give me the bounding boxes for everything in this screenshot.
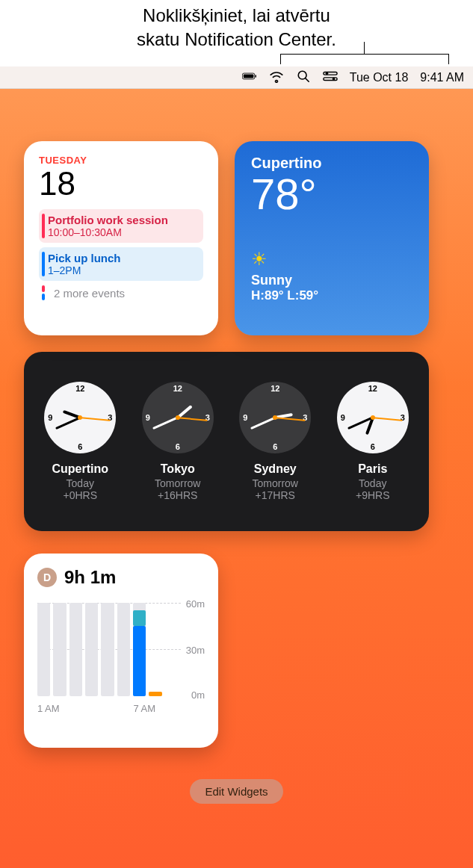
clock-offset: +17HRS: [226, 489, 324, 501]
clock-city: Cupertino: [31, 462, 129, 476]
calendar-date: 18: [39, 167, 203, 200]
chart-bar: [117, 603, 130, 696]
chart-bar: [101, 603, 114, 696]
svg-rect-2: [255, 75, 256, 78]
desktop: Tue Oct 18 9:41 AM TUESDAY 18 Portfolio …: [0, 66, 473, 868]
clock-face-icon: 123 69: [239, 382, 311, 453]
callout-stem: [364, 42, 365, 54]
menubar: Tue Oct 18 9:41 AM: [0, 66, 473, 89]
y-label-0: 0m: [191, 689, 205, 701]
clock-offset: +16HRS: [129, 489, 227, 501]
svg-rect-7: [324, 77, 337, 80]
calendar-dayname: TUESDAY: [39, 155, 203, 166]
clock-face-icon: 123 69: [44, 382, 116, 453]
calendar-more-row: 2 more events: [39, 285, 203, 300]
calendar-widget[interactable]: TUESDAY 18 Portfolio work session 10:00–…: [24, 141, 218, 335]
clock-item: 123 69 Tokyo Tomorrow +16HRS: [129, 382, 227, 501]
clock-city: Sydney: [226, 462, 324, 476]
clock-item: 123 69 Paris Today +9HRS: [324, 382, 422, 501]
wifi-icon[interactable]: [269, 69, 284, 86]
clock-face-icon: 123 69: [142, 382, 214, 453]
control-center-icon[interactable]: [323, 69, 338, 86]
clock-offset: +9HRS: [324, 489, 422, 501]
screentime-chart: 60m 30m 0m 1 AM 7 AM: [37, 598, 205, 714]
event-title: Pick up lunch: [48, 252, 197, 264]
event-title: Portfolio work session: [48, 214, 197, 226]
clock-offset: +0HRS: [31, 489, 129, 501]
weather-condition: Sunny: [251, 273, 412, 288]
chart-bar: [85, 603, 98, 696]
menubar-time[interactable]: 9:41 AM: [420, 71, 464, 84]
svg-line-4: [305, 78, 309, 81]
clock-city: Tokyo: [129, 462, 227, 476]
clock-face-icon: 123 69: [337, 382, 409, 453]
chart-bar: [53, 603, 66, 696]
avatar: D: [37, 568, 57, 587]
screentime-total: 9h 1m: [64, 567, 116, 588]
clock-day: Tomorrow: [129, 477, 227, 489]
sun-icon: ☀: [251, 249, 412, 270]
clock-day: Today: [31, 477, 129, 489]
chart-bar: [69, 603, 82, 696]
event-time: 10:00–10:30AM: [48, 226, 197, 238]
menubar-date[interactable]: Tue Oct 18: [350, 71, 409, 84]
more-events-icon: [42, 285, 48, 300]
chart-bar: [149, 692, 161, 696]
clock-day: Today: [324, 477, 422, 489]
svg-point-6: [325, 72, 328, 75]
battery-icon[interactable]: [242, 69, 257, 86]
clock-city: Paris: [324, 462, 422, 476]
calendar-more-text: 2 more events: [54, 287, 125, 300]
weather-range: H:89° L:59°: [251, 288, 412, 303]
clock-item: 123 69 Cupertino Today +0HRS: [31, 382, 129, 501]
svg-rect-1: [244, 74, 254, 78]
callout-line1: Noklikšķiniet, lai atvērtu: [143, 5, 330, 25]
edit-widgets-button[interactable]: Edit Widgets: [190, 779, 282, 804]
chart-bar: [133, 603, 146, 696]
calendar-event[interactable]: Portfolio work session 10:00–10:30AM: [39, 209, 203, 243]
y-label-30: 30m: [186, 645, 205, 656]
clock-item: 123 69 Sydney Tomorrow +17HRS: [226, 382, 324, 501]
callout-bracket: [280, 54, 449, 64]
screentime-widget[interactable]: D 9h 1m 60m 30m 0m 1 AM 7 AM: [24, 554, 218, 748]
x-label-1am: 1 AM: [37, 703, 60, 714]
x-label-7am: 7 AM: [133, 703, 155, 714]
svg-rect-5: [324, 72, 337, 75]
search-icon[interactable]: [296, 69, 311, 86]
event-time: 1–2PM: [48, 264, 197, 276]
weather-widget[interactable]: Cupertino 78° ☀ Sunny H:89° L:59°: [235, 141, 429, 335]
svg-point-8: [332, 77, 335, 80]
notification-center: TUESDAY 18 Portfolio work session 10:00–…: [0, 89, 473, 804]
clock-day: Tomorrow: [226, 477, 324, 489]
callout-line2: skatu Notification Center.: [137, 29, 336, 49]
world-clock-widget[interactable]: 123 69 Cupertino Today +0HRS 123 69 Toky…: [24, 352, 429, 531]
y-label-60: 60m: [186, 598, 205, 610]
calendar-event[interactable]: Pick up lunch 1–2PM: [39, 247, 203, 281]
weather-temp: 78°: [251, 169, 412, 219]
help-callout: Noklikšķiniet, lai atvērtu skatu Notific…: [0, 0, 473, 61]
chart-bar: [37, 603, 50, 696]
